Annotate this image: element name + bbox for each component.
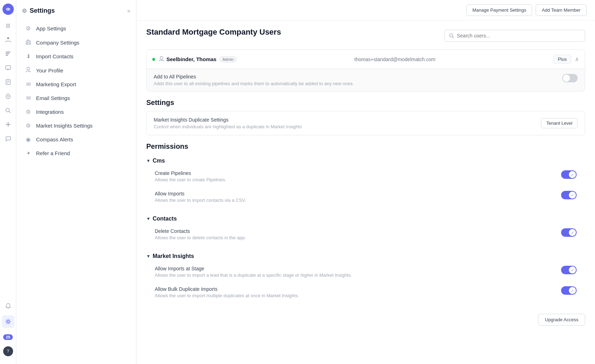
allow-imports-title: Allow Imports	[155, 191, 246, 196]
perm-group-contacts-header[interactable]: ▼ Contacts	[146, 213, 585, 224]
user-role-badge: Admin	[219, 56, 237, 63]
add-team-member-button[interactable]: Add Team Member	[536, 4, 587, 16]
perm-group-market-insights: ▼ Market Insights Allow Imports at Stage…	[146, 250, 585, 303]
bulk-duplicate-imports-toggle-track: ✓	[561, 286, 577, 295]
perm-item-create-pipelines: Create Pipelines Allows the user to crea…	[146, 166, 585, 187]
create-pipelines-toggle-thumb: ✓	[569, 171, 576, 178]
sidebar-item-import-contacts[interactable]: ⬇ Import Contacts	[16, 49, 136, 63]
allow-imports-toggle-thumb: ✓	[569, 192, 576, 199]
pipeline-row: Add to All Pipelines Adds this user to a…	[147, 69, 585, 91]
perm-item-delete-contacts: Delete Contacts Allows the user to delet…	[146, 224, 585, 245]
perm-group-market-insights-header[interactable]: ▼ Market Insights	[146, 250, 585, 262]
activity-icon[interactable]	[2, 76, 14, 88]
perm-item-allow-imports: Allow Imports Allows the user to import …	[146, 187, 585, 207]
sidebar-item-compass-alerts[interactable]: ◉ Compass Alerts	[16, 133, 136, 146]
icon-bar: ⊞ 29 ?	[0, 0, 16, 364]
cms-group-title: Cms	[153, 158, 165, 164]
sidebar-item-app-settings[interactable]: ⚙ App Settings	[16, 22, 136, 35]
bell-icon[interactable]	[2, 300, 14, 312]
duplicate-settings-card: Market Insights Duplicate Settings Contr…	[146, 111, 585, 135]
contacts-icon[interactable]	[2, 33, 14, 46]
add-icon[interactable]	[2, 118, 14, 131]
manage-payment-button[interactable]: Manage Payment Settings	[466, 4, 532, 16]
badge-number[interactable]: 29	[2, 331, 14, 344]
allow-imports-toggle[interactable]: ✓	[561, 191, 577, 199]
help-icon[interactable]: ?	[3, 346, 13, 356]
market-insights-collapse-icon: ▼	[146, 254, 151, 259]
create-pipelines-desc: Allows the user to create Pipelines.	[155, 177, 226, 182]
create-pipelines-title: Create Pipelines	[155, 170, 226, 176]
pipeline-icon[interactable]	[2, 47, 14, 60]
user-row-expand-icon[interactable]: ∧	[575, 56, 579, 63]
user-plan-badge: Plus	[553, 55, 571, 64]
svg-rect-3	[6, 52, 11, 53]
integrations-icon: ⚙	[25, 108, 32, 115]
perm-group-cms-header[interactable]: ▼ Cms	[146, 155, 585, 166]
user-email: thomas+standard@modelmatch.com	[237, 57, 553, 62]
settings-header-icon: ⚙	[22, 7, 27, 14]
pipeline-info: Add to All Pipelines Adds this user to a…	[154, 74, 354, 86]
settings-card-info: Market Insights Duplicate Settings Contr…	[154, 117, 302, 129]
allow-imports-stage-desc: Allows the user to import a lead that is…	[155, 272, 352, 278]
page-title: Standard Mortgage Companty Users	[146, 28, 281, 37]
bulk-duplicate-imports-toggle[interactable]: ✓	[561, 286, 577, 295]
delete-contacts-toggle-thumb: ✓	[569, 229, 576, 236]
pipeline-toggle[interactable]	[562, 74, 578, 82]
sidebar-collapse-icon[interactable]: »	[127, 8, 130, 14]
perm-group-cms: ▼ Cms Create Pipelines Allows the user t…	[146, 155, 585, 207]
sidebar-item-company-settings[interactable]: Company Settings	[16, 35, 136, 49]
top-bar: Manage Payment Settings Add Team Member	[136, 0, 595, 20]
delete-contacts-toggle[interactable]: ✓	[561, 228, 577, 237]
svg-rect-2	[7, 37, 9, 39]
delete-contacts-desc: Allows the user to delete contacts in th…	[155, 235, 246, 240]
settings-card-title: Market Insights Duplicate Settings	[154, 117, 302, 123]
contacts-group-title: Contacts	[153, 216, 177, 222]
search-input-icon	[449, 33, 454, 38]
perm-item-allow-imports-stage: Allow Imports at Stage Allows the user t…	[146, 262, 585, 282]
pipeline-toggle-track	[562, 74, 578, 82]
user-name: Seelbinder, Thomas	[166, 56, 217, 62]
settings-card-description: Control when individuals are highlighted…	[154, 124, 302, 129]
svg-rect-4	[6, 53, 9, 54]
svg-point-18	[27, 67, 30, 70]
contacts-collapse-icon: ▼	[146, 216, 151, 221]
marketing-export-icon: ✉	[25, 81, 32, 88]
sidebar-item-marketing-export[interactable]: ✉ Marketing Export	[16, 77, 136, 91]
sidebar-item-email-settings[interactable]: ✉ Email Settings	[16, 91, 136, 105]
allow-imports-desc: Allows the user to import contacts via a…	[155, 198, 246, 203]
settings-gear-icon[interactable]	[2, 315, 14, 328]
allow-imports-stage-title: Allow Imports at Stage	[155, 266, 352, 271]
bulk-duplicate-imports-title: Allow Bulk Duplicate Imports	[155, 286, 299, 292]
sidebar: ⚙ Settings » ⚙ App Settings Company Sett…	[16, 0, 136, 364]
sidebar-nav: ⚙ App Settings Company Settings ⬇ Import…	[16, 20, 136, 162]
allow-imports-stage-toggle[interactable]: ✓	[561, 266, 577, 274]
sidebar-item-integrations[interactable]: ⚙ Integrations	[16, 105, 136, 119]
search-icon[interactable]	[2, 104, 14, 117]
chat-icon[interactable]	[2, 132, 14, 145]
your-profile-icon	[25, 67, 32, 74]
messages-icon[interactable]	[2, 61, 14, 74]
svg-point-16	[7, 321, 9, 323]
sidebar-item-refer-friend[interactable]: ✦ Refer a Friend	[16, 146, 136, 160]
permissions-section: Permissions ▼ Cms Create Pipelines Allow…	[146, 142, 585, 328]
rocket-icon[interactable]	[2, 90, 14, 102]
delete-contacts-toggle-track: ✓	[561, 228, 577, 237]
sidebar-item-market-insights-settings[interactable]: ⚙ Market Insights Settings	[16, 119, 136, 133]
sidebar-header: ⚙ Settings »	[16, 4, 136, 20]
pipeline-title: Add to All Pipelines	[154, 74, 354, 80]
upgrade-access-button[interactable]: Upgrade Access	[538, 314, 585, 325]
user-card: Seelbinder, Thomas Admin thomas+standard…	[146, 49, 585, 92]
dashboard-icon[interactable]: ⊞	[2, 19, 14, 32]
email-settings-icon: ✉	[25, 95, 32, 101]
create-pipelines-toggle[interactable]: ✓	[561, 170, 577, 179]
delete-contacts-title: Delete Contacts	[155, 228, 246, 234]
perm-group-contacts: ▼ Contacts Delete Contacts Allows the us…	[146, 213, 585, 245]
tenant-level-button[interactable]: Tenant Level	[541, 118, 578, 128]
app-logo[interactable]	[2, 4, 14, 15]
perm-item-bulk-duplicate-imports: Allow Bulk Duplicate Imports Allows the …	[146, 282, 585, 303]
sidebar-item-your-profile[interactable]: Your Profile	[16, 63, 136, 77]
search-input[interactable]	[457, 33, 581, 39]
content-area: Standard Mortgage Companty Users Seelbin…	[136, 20, 595, 335]
svg-point-21	[160, 57, 163, 59]
company-settings-icon	[25, 39, 32, 46]
